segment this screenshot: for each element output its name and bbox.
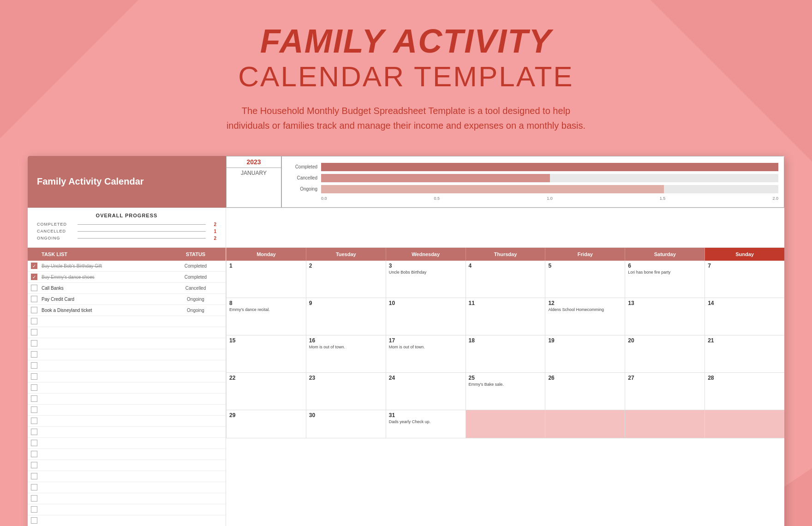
- cal-header-sunday: Sunday: [705, 248, 784, 261]
- task-status: [166, 496, 226, 500]
- bar-fill-completed: [321, 163, 778, 171]
- axis-1: 1.0: [547, 196, 553, 201]
- task-row: [28, 482, 226, 493]
- task-status: [166, 463, 226, 467]
- task-name: Book a Disneyland ticket: [41, 306, 166, 315]
- task-checkbox[interactable]: [28, 506, 41, 513]
- cal-cell: 10: [386, 298, 466, 335]
- cal-cell: 16Mom is out of town.: [306, 335, 386, 372]
- progress-title: OVERALL PROGRESS: [37, 213, 216, 218]
- page-header: FAMILY ACTIVITY CALENDAR TEMPLATE The Ho…: [0, 0, 812, 147]
- cal-cell: 4: [466, 261, 545, 298]
- task-name: [41, 364, 166, 367]
- task-row: Call BanksCancelled: [28, 283, 226, 294]
- task-checkbox[interactable]: [28, 307, 41, 313]
- task-checkbox[interactable]: [28, 517, 41, 524]
- task-status: [166, 353, 226, 356]
- cal-day-num: 12: [548, 300, 622, 306]
- task-checkbox[interactable]: [28, 418, 41, 424]
- progress-label-completed: COMPLETED: [37, 222, 74, 227]
- task-checkbox[interactable]: [28, 395, 41, 402]
- checkbox-empty: [31, 395, 37, 402]
- cal-event: Emmy's dance recital.: [229, 307, 303, 313]
- task-name: [41, 341, 166, 345]
- task-row: [28, 349, 226, 360]
- progress-value-ongoing: 2: [209, 236, 216, 241]
- cal-header-wednesday: Wednesday: [386, 248, 466, 261]
- task-checkbox[interactable]: ✓: [28, 274, 41, 280]
- progress-value-cancelled: 1: [209, 229, 216, 234]
- cal-cell: [466, 410, 545, 438]
- task-checkbox[interactable]: [28, 484, 41, 490]
- calendar-title: Family Activity Calendar: [37, 176, 144, 187]
- title-normal: CALENDAR TEMPLATE: [0, 60, 812, 94]
- task-status: [166, 364, 226, 367]
- task-name: [41, 519, 166, 522]
- bar-label-completed: Completed: [287, 164, 317, 169]
- cal-cell: [705, 410, 784, 438]
- axis-15: 1.5: [660, 196, 666, 201]
- cal-header-saturday: Saturday: [625, 248, 705, 261]
- task-name: [41, 441, 166, 445]
- cal-cell: 28: [705, 373, 784, 410]
- cal-day-num: 2: [309, 263, 383, 269]
- task-checkbox[interactable]: [28, 406, 41, 413]
- task-status: [166, 375, 226, 378]
- task-col-header-task: TASK LIST: [28, 248, 166, 261]
- task-name: Buy Emmy's dance shoes: [41, 273, 166, 281]
- task-checkbox[interactable]: [28, 373, 41, 380]
- task-checkbox[interactable]: [28, 285, 41, 291]
- bar-chart: Completed Cancelled Ongoing: [287, 160, 778, 203]
- progress-line-ongoing: [78, 238, 206, 239]
- checkbox-empty: [31, 296, 37, 302]
- cal-day-num: 11: [469, 300, 543, 306]
- task-name: [41, 319, 166, 323]
- task-checkbox[interactable]: [28, 462, 41, 468]
- task-checkbox[interactable]: [28, 451, 41, 457]
- cal-cell: 14: [705, 298, 784, 335]
- task-checkbox[interactable]: ✓: [28, 263, 41, 269]
- task-status: Ongoing: [166, 306, 226, 315]
- calendar-section: Monday Tuesday Wednesday Thursday Friday…: [226, 248, 784, 526]
- chart-axis: 0.0 0.5 1.0 1.5 2.0: [321, 196, 778, 201]
- cal-cell: 29: [226, 410, 306, 438]
- cal-day-num: 4: [469, 263, 543, 269]
- bar-label-ongoing: Ongoing: [287, 186, 317, 191]
- task-checkbox[interactable]: [28, 318, 41, 324]
- cal-day-num: 3: [389, 263, 463, 269]
- task-row: [28, 371, 226, 383]
- task-row: [28, 394, 226, 405]
- task-checkbox[interactable]: [28, 495, 41, 502]
- checkbox-empty: [31, 406, 37, 413]
- task-name: Call Banks: [41, 284, 166, 293]
- cal-day-num: 15: [229, 337, 303, 344]
- cal-cell: 22: [226, 373, 306, 410]
- task-row: [28, 504, 226, 515]
- task-checkbox[interactable]: [28, 362, 41, 369]
- task-status: [166, 397, 226, 400]
- cal-cell: 23: [306, 373, 386, 410]
- task-status: [166, 430, 226, 434]
- cal-cell: 3Uncle Bobs Birthday: [386, 261, 466, 298]
- task-checkbox[interactable]: [28, 384, 41, 391]
- task-name: Buy Uncle Bob's Birthday Gift: [41, 262, 166, 270]
- task-checkbox[interactable]: [28, 440, 41, 446]
- task-row: Pay Credit CardOngoing: [28, 294, 226, 305]
- task-checkbox[interactable]: [28, 429, 41, 435]
- task-checkbox[interactable]: [28, 351, 41, 358]
- cal-header-monday: Monday: [226, 248, 306, 261]
- chart-area: Completed Cancelled Ongoing: [281, 156, 784, 208]
- task-row: [28, 383, 226, 394]
- cal-cell: 30: [306, 410, 386, 438]
- task-row: [28, 416, 226, 427]
- task-checkbox[interactable]: [28, 296, 41, 302]
- cal-event: Aldens School Homecomming: [548, 307, 622, 313]
- task-status: [166, 485, 226, 489]
- calendar-weeks: 123Uncle Bobs Birthday456Lori has bone f…: [226, 261, 784, 438]
- task-checkbox[interactable]: [28, 329, 41, 335]
- calendar-header-bar: Family Activity Calendar: [28, 156, 226, 208]
- task-row: [28, 316, 226, 327]
- task-checkbox[interactable]: [28, 340, 41, 347]
- cal-day-num: 17: [389, 337, 463, 344]
- task-checkbox[interactable]: [28, 473, 41, 479]
